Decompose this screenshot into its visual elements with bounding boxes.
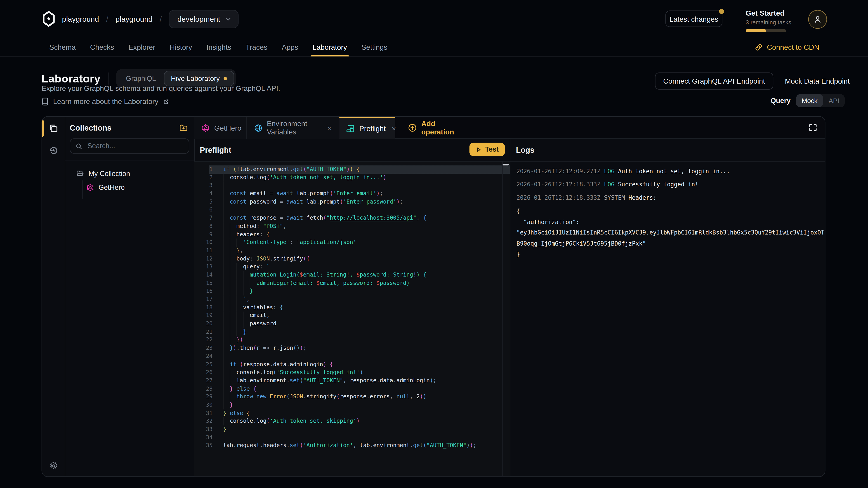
mock-data-endpoint-button[interactable]: Mock Data Endpoint: [779, 72, 855, 90]
tab-gethero[interactable]: GetHero×: [194, 117, 247, 139]
new-collection-button[interactable]: [179, 123, 188, 132]
tab-preflight[interactable]: Preflight×: [339, 117, 395, 139]
line-number: 1: [194, 165, 223, 173]
preflight-editor-pane: Preflight Test 1if (!lab.environment.get…: [194, 139, 510, 477]
code-line: 4const email = await lab.prompt('Enter e…: [194, 190, 510, 198]
log-line: "eyJhbGciOiJIUzI1NiIsInR5cCI6IkpXVCJ9.ey…: [517, 228, 825, 238]
collections-icon: [49, 123, 59, 133]
add-operation-button[interactable]: Add operation: [401, 117, 457, 139]
query-label: Query: [771, 97, 791, 105]
book-icon: [41, 97, 49, 106]
nav-item-schema[interactable]: Schema: [42, 38, 83, 57]
line-number: 8: [194, 222, 223, 230]
lab-description: Explore your GraphQL schema and run quer…: [41, 84, 280, 92]
operation-item-gethero[interactable]: GetHero: [86, 184, 125, 191]
line-number: 13: [194, 263, 223, 271]
page-title: Laboratory: [41, 72, 101, 85]
plus-icon: [408, 123, 417, 132]
code-line: 16}: [194, 287, 510, 295]
code-line: 3: [194, 182, 510, 190]
code-line: 23}).then(r => r.json());: [194, 344, 510, 352]
get-started-subtitle: 3 remaining tasks: [746, 19, 786, 25]
operation-label: GetHero: [98, 184, 125, 191]
breadcrumb-separator: /: [160, 14, 162, 23]
nav-item-laboratory[interactable]: Laboratory: [305, 38, 354, 57]
code-line: 7const response = await fetch("http://lo…: [194, 214, 510, 222]
collections-rail-button[interactable]: [49, 123, 59, 133]
editor-scrollbar-thumb[interactable]: [503, 164, 509, 165]
tab-label: Environment Variables: [267, 120, 321, 136]
code-line: 2console.log('Auth token not set, loggin…: [194, 173, 510, 182]
external-link-icon: [163, 98, 169, 105]
line-number: 24: [194, 352, 223, 361]
tab-label: Preflight: [359, 124, 385, 133]
learn-more-link[interactable]: Learn more about the Laboratory: [41, 97, 169, 106]
logs-pane-title: Logs: [516, 145, 534, 154]
fullscreen-button[interactable]: [808, 123, 818, 132]
code-line: 6: [194, 206, 510, 214]
line-number: 33: [194, 425, 223, 433]
target-select[interactable]: development: [169, 10, 239, 28]
notification-dot: [719, 9, 724, 14]
laboratory-panel: Collections: [41, 116, 826, 477]
line-number: 14: [194, 271, 223, 279]
log-line: 2026-01-26T12:12:18.333Z LOG Successfull…: [517, 179, 825, 190]
query-endpoint-toggle-row: Query Mock API: [771, 94, 845, 107]
nav-item-insights[interactable]: Insights: [199, 38, 238, 57]
connect-graphql-endpoint-button[interactable]: Connect GraphQL API Endpoint: [655, 72, 773, 90]
nav-item-settings[interactable]: Settings: [354, 38, 395, 57]
search-icon: [75, 142, 83, 150]
code-line: 25if (response.data.adminLogin) {: [194, 361, 510, 369]
logs-pane: Logs 2026-01-26T12:12:09.271Z LOG Auth t…: [510, 139, 825, 477]
search-input[interactable]: [86, 142, 184, 151]
breadcrumb-org[interactable]: playground: [62, 15, 99, 23]
line-number: 27: [194, 377, 223, 385]
breadcrumb-separator: /: [106, 14, 108, 23]
nav-item-checks[interactable]: Checks: [83, 38, 121, 57]
code-line: 29throw new Error(JSON.stringify(respons…: [194, 393, 510, 401]
person-icon: [813, 15, 822, 24]
history-rail-button[interactable]: [49, 145, 59, 156]
code-line: 14mutation Login($email: String!, $passw…: [194, 271, 510, 279]
latest-changes-label: Latest changes: [670, 15, 718, 23]
line-number: 28: [194, 385, 223, 393]
test-button-label: Test: [485, 145, 499, 153]
code-line: 19email,: [194, 312, 510, 320]
tab-close-icon[interactable]: ×: [392, 124, 396, 133]
tab-environment-variables[interactable]: Environment Variables×: [247, 117, 339, 139]
connect-to-cdn-link[interactable]: Connect to CDN: [755, 38, 819, 57]
line-number: 10: [194, 238, 223, 247]
settings-gear-button[interactable]: [49, 461, 59, 471]
tab-label: GetHero: [214, 124, 241, 132]
log-line: {: [517, 206, 825, 217]
latest-changes-button[interactable]: Latest changes: [665, 11, 722, 27]
code-line: 35lab.request.headers.set('Authorization…: [194, 442, 510, 450]
nav-item-traces[interactable]: Traces: [239, 38, 275, 57]
link-icon: [755, 43, 763, 51]
line-number: 30: [194, 401, 223, 409]
toggle-option-api[interactable]: API: [823, 94, 845, 107]
preflight-code-editor[interactable]: 1if (!lab.environment.get("AUTH_TOKEN"))…: [194, 162, 510, 476]
code-line: 24: [194, 352, 510, 361]
test-button[interactable]: Test: [469, 143, 505, 156]
log-line: 2026-01-26T12:12:18.333Z SYSTEM Headers:: [517, 193, 825, 203]
graphql-icon: [202, 124, 210, 132]
nav-item-apps[interactable]: Apps: [275, 38, 305, 57]
user-avatar[interactable]: [808, 10, 827, 29]
collection-folder-row[interactable]: My Collection: [76, 169, 130, 177]
get-started-title: Get Started: [746, 9, 786, 17]
get-started-widget[interactable]: Get Started 3 remaining tasks: [746, 9, 786, 32]
breadcrumb-project[interactable]: playground: [116, 15, 153, 23]
nav-item-history[interactable]: History: [162, 38, 199, 57]
line-number: 26: [194, 368, 223, 377]
code-line: 13query: `: [194, 263, 510, 271]
get-started-progress: [746, 29, 786, 32]
line-number: 4: [194, 190, 223, 198]
line-number: 19: [194, 312, 223, 320]
nav-item-explorer[interactable]: Explorer: [121, 38, 162, 57]
toggle-option-mock[interactable]: Mock: [796, 94, 823, 107]
code-line: 22}): [194, 336, 510, 344]
tab-close-icon[interactable]: ×: [327, 124, 332, 132]
hive-logo-icon[interactable]: [40, 11, 57, 27]
code-line: 34: [194, 433, 510, 442]
